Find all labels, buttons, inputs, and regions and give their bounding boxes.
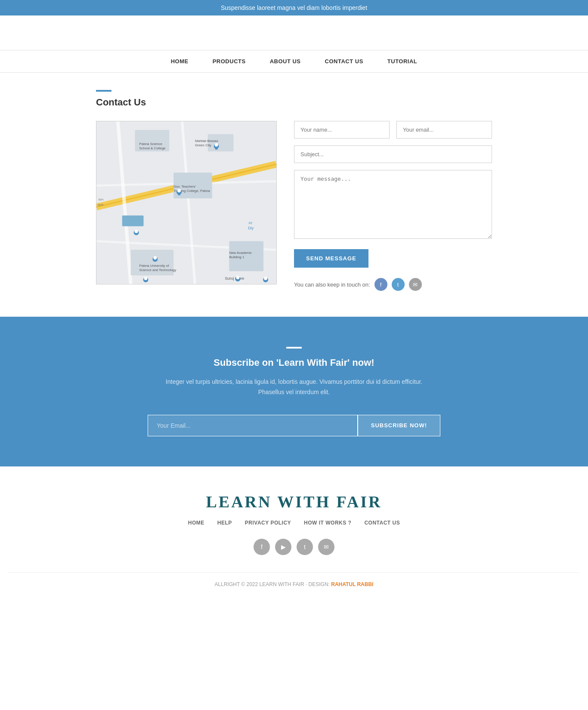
- top-bar-text: Suspendisse laoreet magna vel diam lobor…: [221, 4, 367, 11]
- footer-designer-link[interactable]: RAHATUL RABBI: [331, 581, 373, 587]
- svg-text:Suruj Store: Suruj Store: [225, 276, 244, 281]
- footer-logo: LEARN WITH FAIR: [9, 492, 579, 511]
- svg-text:Building 1: Building 1: [229, 255, 244, 259]
- svg-text:Ar: Ar: [248, 221, 252, 225]
- nav-home[interactable]: HOME: [159, 50, 201, 72]
- svg-text:School & College: School & College: [139, 146, 166, 150]
- contact-layout: Pabna Science School & College Mahtab Bi…: [96, 121, 492, 291]
- svg-point-30: [215, 143, 218, 147]
- nav-bar: HOME PRODUCTS ABOUT US CONTACT US TUTORI…: [0, 50, 588, 73]
- footer-copyright: ALLRIGHT © 2022 LEARN WITH FAIR · DESIGN…: [9, 572, 579, 587]
- social-line-label: You can also keep in touch on:: [294, 281, 370, 288]
- subscribe-title: Subscribe on 'Learn With Fair' now!: [9, 357, 579, 368]
- social-line: You can also keep in touch on: f t ✉: [294, 278, 492, 291]
- email-input[interactable]: [396, 121, 492, 139]
- svg-text:ton: ton: [99, 198, 103, 201]
- subscribe-desc: Integer vel turpis ultricies, lacinia li…: [165, 377, 423, 398]
- footer-nav-how[interactable]: HOW IT WORKS ?: [304, 520, 351, 526]
- svg-text:Science and Technology: Science and Technology: [139, 268, 176, 272]
- svg-text:Green City: Green City: [195, 143, 211, 147]
- page-title: Contact Us: [96, 97, 492, 108]
- svg-text:New Academic: New Academic: [229, 251, 252, 255]
- mail-icon[interactable]: ✉: [409, 278, 422, 291]
- footer-nav-help[interactable]: HELP: [217, 520, 232, 526]
- footer-nav: HOME HELP PRIVACY POLICY HOW IT WORKS ? …: [9, 520, 579, 526]
- subscribe-form: SUBSCRIBE NOW!: [148, 415, 440, 436]
- nav-tutorial[interactable]: TUTORIAL: [375, 50, 429, 72]
- main-content: Contact Us: [87, 73, 501, 317]
- contact-form: SEND MESSAGE You can also keep in touch …: [294, 121, 492, 291]
- svg-point-37: [153, 256, 157, 259]
- form-name-email-row: [294, 121, 492, 139]
- twitter-icon[interactable]: t: [392, 278, 405, 291]
- svg-rect-12: [122, 216, 144, 226]
- svg-point-33: [177, 189, 181, 192]
- footer: LEARN WITH FAIR HOME HELP PRIVACY POLICY…: [0, 466, 588, 605]
- subscribe-section: Subscribe on 'Learn With Fair' now! Inte…: [0, 317, 588, 466]
- subscribe-button[interactable]: SUBSCRIBE NOW!: [358, 415, 440, 436]
- section-accent: [96, 90, 111, 92]
- nav-contact[interactable]: CONTACT US: [313, 50, 375, 72]
- footer-nav-privacy[interactable]: PRIVACY POLICY: [245, 520, 291, 526]
- logo-area: [0, 15, 588, 50]
- svg-point-29: [215, 148, 218, 150]
- footer-nav-contact[interactable]: CONTACT US: [364, 520, 400, 526]
- svg-text:Diy: Diy: [248, 226, 254, 230]
- svg-point-32: [178, 194, 180, 195]
- footer-youtube-icon[interactable]: ▶: [275, 539, 291, 555]
- svg-point-41: [236, 276, 239, 279]
- map-container: Pabna Science School & College Mahtab Bi…: [96, 121, 277, 284]
- name-input[interactable]: [294, 121, 390, 139]
- facebook-icon[interactable]: f: [374, 278, 387, 291]
- nav-about[interactable]: ABOUT US: [258, 50, 313, 72]
- svg-text:que: que: [98, 203, 104, 207]
- message-textarea[interactable]: [294, 170, 492, 239]
- subscribe-email-input[interactable]: [148, 415, 358, 436]
- send-button[interactable]: SEND MESSAGE: [294, 249, 368, 268]
- footer-facebook-icon[interactable]: f: [254, 539, 270, 555]
- svg-point-39: [135, 230, 138, 233]
- svg-text:Pabna University of: Pabna University of: [139, 264, 170, 268]
- footer-nav-home[interactable]: HOME: [188, 520, 204, 526]
- nav-products[interactable]: PRODUCTS: [201, 50, 258, 72]
- footer-socials: f ▶ t ✉: [9, 539, 579, 555]
- top-bar: Suspendisse laoreet magna vel diam lobor…: [0, 0, 588, 15]
- svg-text:Mahtab Biswas: Mahtab Biswas: [195, 139, 218, 143]
- subscribe-accent: [286, 347, 302, 349]
- svg-text:Pabna Science: Pabna Science: [139, 142, 163, 146]
- svg-point-35: [144, 277, 148, 280]
- footer-mail-icon[interactable]: ✉: [318, 539, 334, 555]
- footer-twitter-icon[interactable]: t: [297, 539, 313, 555]
- svg-point-43: [264, 277, 267, 280]
- svg-text:Gov. Teachers': Gov. Teachers': [173, 185, 196, 188]
- subject-input[interactable]: [294, 145, 492, 163]
